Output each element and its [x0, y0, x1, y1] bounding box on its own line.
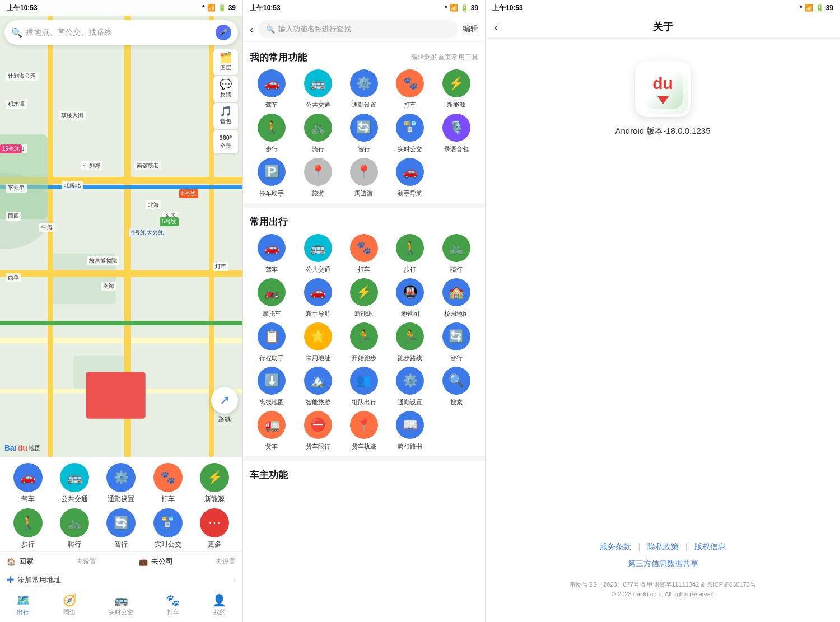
metro-line4: 4号线 大兴线 — [129, 228, 166, 237]
work-shortcut[interactable]: 💼 去公司 — [139, 556, 173, 567]
func-grid-1: 🚗 驾车 🚌 公共交通 ⚙️ 通勤设置 🐾 打车 ⚡ 新能源 🚶 — [250, 69, 478, 203]
s2-commute-set[interactable]: ⚙️ 通勤设置 — [388, 367, 432, 406]
right-back-button[interactable]: ‹ — [494, 21, 498, 34]
toolbar-360[interactable]: 360° 全景 — [213, 130, 238, 153]
quick-icons-row2: 🚶 步行 🚲 骑行 🔄 智行 🚏 实时公交 — [0, 506, 242, 551]
toolbar-voice[interactable]: 🎵 音包 — [213, 103, 238, 129]
nav-nearby[interactable]: 🧭 周边 — [63, 593, 77, 616]
edit-button[interactable]: 编辑 — [463, 24, 478, 34]
s2-smart-travel[interactable]: 🏔️ 智能旅游 — [296, 367, 339, 406]
quick-realtime-bus[interactable]: 🚏 实时公交 — [153, 508, 183, 549]
nav-taxi[interactable]: 🐾 打车 — [166, 593, 180, 616]
voice-btn[interactable]: 🎤 — [216, 25, 231, 40]
func-smart[interactable]: 🔄 智行 — [342, 114, 386, 153]
s2-truck-limit[interactable]: ⛔ 货车限行 — [296, 411, 339, 451]
func-voice-pack[interactable]: 🎙️ 录语音包 — [435, 114, 478, 153]
route-button[interactable]: ↗ 路线 — [211, 387, 238, 423]
func-transit[interactable]: 🚌 公共交通 — [296, 69, 339, 109]
quick-walk[interactable]: 🚶 步行 — [13, 508, 43, 549]
privacy-link[interactable]: 隐私政策 — [647, 542, 679, 552]
middle-back-button[interactable]: ‹ — [250, 23, 254, 36]
func-drive[interactable]: 🚗 驾车 — [250, 69, 293, 109]
svg-rect-9 — [48, 16, 53, 457]
s2-moto[interactable]: 🏍️ 摩托车 — [250, 278, 293, 318]
s2-walk[interactable]: 🚶 步行 — [388, 234, 432, 274]
s2-trip[interactable]: 📋 行程助手 — [250, 322, 293, 362]
map-toolbar: 🗂️ 图层 💬 反馈 🎵 音包 360° 全景 — [213, 49, 238, 153]
nav-mine[interactable]: 👤 我的 — [212, 593, 226, 616]
third-party-link[interactable]: 第三方信息数据共享 — [628, 559, 698, 569]
toolbar-layers[interactable]: 🗂️ 图层 — [213, 49, 238, 75]
s2-run-route[interactable]: 🏃 跑步路线 — [388, 322, 432, 362]
metro-line8: 8号线 — [179, 189, 198, 198]
func-realtime-bus[interactable]: 🚏 实时公交 — [388, 114, 432, 153]
func-walk[interactable]: 🚶 步行 — [250, 114, 293, 153]
middle-search-bar[interactable]: 🔍 输入功能名称进行查找 — [258, 20, 458, 38]
poi-zhonghai: 中海 — [39, 223, 55, 232]
middle-content: 我的常用功能 编辑您的首页常用工具 🚗 驾车 🚌 公共交通 ⚙️ 通勤设置 🐾 … — [243, 43, 485, 622]
func-beginner-nav[interactable]: 🚗 新手导航 — [388, 158, 432, 198]
s2-ev[interactable]: ⚡ 新能源 — [342, 278, 386, 318]
func-travel[interactable]: 📍 旅游 — [296, 158, 339, 198]
func-parking[interactable]: 🅿️ 停车助手 — [250, 158, 293, 198]
s2-offline[interactable]: ⬇️ 离线地图 — [250, 367, 293, 406]
section1-subtitle: 编辑您的首页常用工具 — [411, 53, 478, 62]
s2-beginner[interactable]: 🚗 新手导航 — [296, 278, 339, 318]
s2-group[interactable]: 👥 组队出行 — [342, 367, 386, 406]
metro-line19: 19先线 — [0, 144, 22, 153]
nav-realtime[interactable]: 🚌 实时公交 — [109, 593, 133, 616]
add-address[interactable]: ✚ 添加常用地址 › — [0, 571, 242, 590]
s2-taxi[interactable]: 🐾 打车 — [342, 234, 386, 274]
s2-search[interactable]: 🔍 搜索 — [435, 367, 478, 406]
quick-transit[interactable]: 🚌 公共交通 — [60, 463, 89, 504]
quick-bike[interactable]: 🚲 骑行 — [60, 508, 89, 549]
s2-truck-track[interactable]: 📍 货车轨迹 — [342, 411, 386, 451]
func-commute[interactable]: ⚙️ 通勤设置 — [342, 69, 386, 109]
time-right: 上午10:53 — [492, 3, 523, 13]
add-chevron-icon: › — [233, 576, 236, 584]
s2-bike-book[interactable]: 📖 骑行路书 — [388, 411, 432, 451]
poi-pinganli: 平安里 — [6, 184, 27, 193]
func-taxi[interactable]: 🐾 打车 — [388, 69, 432, 109]
legal-text-2: © 2023 baidu.com, All rights reserved — [508, 590, 818, 600]
s2-truck[interactable]: 🚛 货车 — [250, 411, 293, 451]
s2-bike[interactable]: 🚲 骑行 — [435, 234, 478, 274]
func-nearby-travel[interactable]: 📍 周边游 — [342, 158, 386, 198]
func-bike[interactable]: 🚲 骑行 — [296, 114, 339, 153]
service-link[interactable]: 服务条款 — [600, 542, 631, 552]
quick-drive[interactable]: 🚗 驾车 — [13, 463, 43, 504]
poi-jishuitan: 积水潭 — [6, 100, 27, 109]
s2-transit[interactable]: 🚌 公共交通 — [296, 234, 339, 274]
nav-trip[interactable]: 🗺️ 出行 — [16, 593, 30, 616]
s2-smart-nav[interactable]: 🔄 智行 — [435, 322, 478, 362]
search-icon: 🔍 — [11, 27, 22, 38]
poi-beihai: 北海北 — [62, 181, 83, 190]
s2-run[interactable]: 🏃 开始跑步 — [342, 322, 386, 362]
s2-metro[interactable]: 🚇 地铁图 — [388, 278, 432, 318]
bottom-area: 🚗 驾车 🚌 公共交通 ⚙️ 通勤设置 🐾 打车 — [0, 457, 242, 622]
svg-rect-5 — [0, 270, 242, 277]
copyright-link[interactable]: 版权信息 — [694, 542, 726, 552]
toolbar-feedback[interactable]: 💬 反馈 — [213, 76, 238, 102]
section-divider-2 — [243, 456, 485, 461]
map-container[interactable]: 🔍 搜地点、查公交、找路线 🎤 🗂️ 图层 💬 反馈 🎵 音包 360° 全景 — [0, 16, 242, 457]
section-divider-1 — [243, 203, 485, 208]
search-bar[interactable]: 🔍 搜地点、查公交、找路线 🎤 — [4, 20, 238, 45]
home-shortcut[interactable]: 🏠 回家 — [7, 556, 34, 567]
footer-links: 服务条款 | 隐私政策 | 版权信息 — [508, 542, 818, 552]
time-left: 上午10:53 — [7, 3, 38, 13]
status-bar-left: 上午10:53 * 📶 🔋 39 — [0, 0, 242, 16]
quick-more[interactable]: ⋯ 更多 — [200, 508, 229, 549]
quick-smart[interactable]: 🔄 智行 — [106, 508, 136, 549]
search-placeholder[interactable]: 搜地点、查公交、找路线 — [26, 27, 216, 38]
s2-address[interactable]: ⭐ 常用地址 — [296, 322, 339, 362]
quick-ev[interactable]: ⚡ 新能源 — [200, 463, 229, 504]
s2-drive[interactable]: 🚗 驾车 — [250, 234, 293, 274]
left-panel: 上午10:53 * 📶 🔋 39 — [0, 0, 242, 622]
quick-taxi[interactable]: 🐾 打车 — [153, 463, 183, 504]
right-title: 关于 — [653, 20, 673, 34]
poi-xidan: 西单 — [6, 273, 21, 282]
func-ev[interactable]: ⚡ 新能源 — [435, 69, 478, 109]
s2-campus[interactable]: 🏫 校园地图 — [435, 278, 478, 318]
quick-commute[interactable]: ⚙️ 通勤设置 — [106, 463, 136, 504]
